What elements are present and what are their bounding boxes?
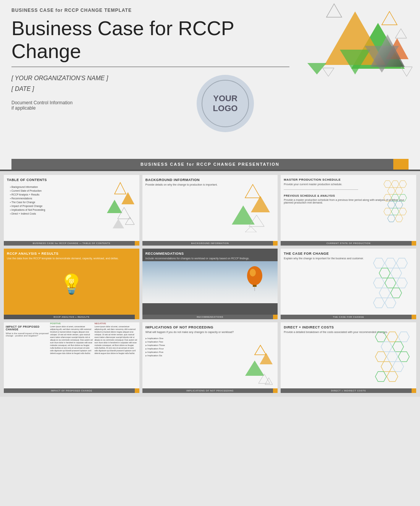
mp-footer: CURRENT STATE OF PRODUCTION bbox=[281, 241, 416, 246]
thumb-direct-costs[interactable]: DIRECT + INDIRECT COSTS Provide a detail… bbox=[281, 322, 416, 393]
thumb-toc[interactable]: TABLE OF CONTENTS Background Information… bbox=[4, 175, 139, 246]
hero-body: [ YOUR ORGANIZATION'S NAME ] [ DATE ] Do… bbox=[11, 75, 409, 159]
svg-marker-68 bbox=[393, 362, 404, 372]
svg-marker-69 bbox=[375, 372, 386, 382]
svg-marker-16 bbox=[113, 219, 124, 228]
svg-marker-46 bbox=[391, 268, 402, 278]
impl-subheader: What will happen if you do not make any … bbox=[142, 331, 278, 335]
svg-marker-28 bbox=[384, 194, 391, 201]
svg-marker-4 bbox=[382, 11, 397, 25]
svg-marker-45 bbox=[379, 268, 390, 278]
svg-marker-30 bbox=[399, 194, 407, 201]
toc-footer: BUSINESS CASE for RCCP CHANGE — TABLE OF… bbox=[4, 241, 139, 246]
rec-header: RECOMMENDATIONS bbox=[142, 249, 278, 257]
svg-marker-50 bbox=[379, 288, 390, 298]
dc-footer: DIRECT + INDIRECT COSTS bbox=[281, 388, 416, 393]
svg-marker-51 bbox=[391, 288, 402, 298]
svg-marker-25 bbox=[399, 181, 407, 188]
bg-footer: BACKGROUND INFORMATION bbox=[142, 241, 278, 246]
svg-marker-2 bbox=[325, 11, 386, 65]
impact-col-2: POSITIVE Lorem ipsum dolor sit amet, con… bbox=[50, 322, 93, 355]
svg-marker-42 bbox=[373, 258, 384, 268]
impact-negative-text: Lorem ipsum dolor sit amet, consectetuer… bbox=[94, 325, 137, 355]
impact-col-1: IMPACT OF PROPOSED CHANGE What is the ov… bbox=[6, 322, 48, 355]
thumb-impact[interactable]: IMPACT OF PROPOSED CHANGE What is the ov… bbox=[4, 322, 139, 393]
svg-marker-49 bbox=[396, 278, 407, 288]
logo-circle: YOUR LOGO bbox=[197, 75, 254, 132]
toc-deco-svg bbox=[99, 181, 137, 230]
svg-marker-59 bbox=[375, 332, 386, 342]
hero-slide: BUSINESS CASE for RCCP CHANGE TEMPLATE B… bbox=[0, 0, 420, 171]
thumb-background[interactable]: BACKGROUND INFORMATION Provide details o… bbox=[142, 175, 278, 246]
svg-marker-52 bbox=[373, 298, 384, 308]
thumbnail-grid: TABLE OF CONTENTS Background Information… bbox=[0, 171, 420, 397]
rccp-footer: RCCP ANALYSIS + RESULTS bbox=[4, 315, 139, 319]
dc-hex-deco bbox=[370, 330, 414, 389]
svg-rect-40 bbox=[253, 285, 257, 287]
hero-center: YOUR LOGO bbox=[187, 75, 263, 132]
logo-text-line2: LOGO bbox=[213, 103, 238, 113]
svg-marker-43 bbox=[385, 258, 396, 268]
lightbulb-icon: 💡 bbox=[60, 273, 83, 295]
rec-footer: RECOMMENDATIONS bbox=[142, 315, 278, 319]
svg-marker-31 bbox=[388, 201, 395, 208]
hero-date: [ DATE ] bbox=[11, 86, 187, 92]
dc-header: DIRECT + INDIRECT COSTS bbox=[281, 322, 416, 331]
svg-marker-12 bbox=[115, 183, 126, 194]
svg-marker-33 bbox=[384, 208, 391, 215]
svg-marker-9 bbox=[307, 63, 326, 74]
hero-left: [ YOUR ORGANIZATION'S NAME ] [ DATE ] Do… bbox=[11, 75, 187, 111]
svg-marker-18 bbox=[245, 184, 260, 198]
svg-marker-65 bbox=[387, 352, 398, 362]
bg-header: BACKGROUND INFORMATION bbox=[142, 175, 278, 183]
svg-marker-63 bbox=[393, 342, 404, 352]
svg-marker-70 bbox=[387, 372, 398, 382]
svg-marker-32 bbox=[395, 201, 403, 208]
impact-negative-title: NEGATIVE bbox=[94, 322, 137, 325]
impl-item-1: Implication One bbox=[145, 336, 275, 340]
thumb-rccp[interactable]: RCCP ANALYSIS + RESULTS Use the data fro… bbox=[4, 249, 139, 319]
impl-header: IMPLICATIONS OF NOT PROCEEDING bbox=[142, 322, 278, 331]
bg-deco-svg bbox=[230, 183, 276, 232]
svg-marker-64 bbox=[375, 352, 386, 362]
svg-marker-1 bbox=[351, 23, 405, 69]
svg-marker-7 bbox=[365, 46, 399, 73]
svg-marker-26 bbox=[388, 188, 395, 194]
mp-hex-deco bbox=[380, 179, 414, 241]
cfc-hex-deco bbox=[368, 256, 414, 315]
cfc-header: THE CASE FOR CHANGE bbox=[281, 249, 416, 257]
svg-marker-35 bbox=[399, 208, 407, 215]
hero-doc-control-sub: if applicable bbox=[11, 105, 187, 111]
thumb-master-prod[interactable]: MASTER PRODUCTION SCHEDULE Provide your … bbox=[281, 175, 416, 246]
svg-marker-22 bbox=[245, 226, 257, 232]
rec-subheader: Include recommendations for changes to w… bbox=[142, 257, 278, 261]
rccp-subheader: Use the data from the RCCP template to d… bbox=[4, 257, 139, 261]
impact-header: IMPACT OF PROPOSED CHANGE bbox=[6, 322, 48, 332]
svg-marker-66 bbox=[398, 352, 409, 362]
thumb-implications[interactable]: IMPLICATIONS OF NOT PROCEEDING What will… bbox=[142, 322, 278, 393]
svg-marker-3 bbox=[386, 38, 409, 59]
svg-point-39 bbox=[250, 269, 256, 276]
thumb-case-for-change[interactable]: THE CASE FOR CHANGE Explain why the chan… bbox=[281, 249, 416, 319]
impact-cols: IMPACT OF PROPOSED CHANGE What is the ov… bbox=[4, 322, 139, 362]
svg-marker-29 bbox=[391, 194, 399, 201]
svg-marker-67 bbox=[381, 362, 392, 372]
svg-marker-23 bbox=[384, 181, 391, 188]
impl-deco-svg bbox=[241, 343, 276, 385]
svg-marker-24 bbox=[391, 181, 399, 188]
svg-marker-37 bbox=[395, 215, 403, 222]
hero-footer: BUSINESS CASE for RCCP CHANGE PRESENTATI… bbox=[11, 159, 409, 170]
thumb-recommendations[interactable]: RECOMMENDATIONS Include recommendations … bbox=[142, 249, 278, 319]
impact-question: What is the overall impact of the propos… bbox=[6, 332, 48, 337]
svg-marker-5 bbox=[395, 29, 407, 38]
balloon-svg bbox=[245, 265, 264, 292]
svg-marker-11 bbox=[370, 34, 405, 67]
hero-footer-text: BUSINESS CASE for RCCP CHANGE PRESENTATI… bbox=[141, 162, 279, 167]
impact-positive-title: POSITIVE bbox=[50, 322, 93, 325]
svg-marker-62 bbox=[381, 342, 392, 352]
impl-footer: IMPLICATIONS OF NOT PROCEEDING bbox=[142, 388, 278, 393]
cfc-footer: THE CASE FOR CHANGE bbox=[281, 315, 416, 319]
svg-marker-27 bbox=[395, 188, 403, 194]
svg-marker-61 bbox=[398, 332, 409, 342]
svg-point-38 bbox=[247, 266, 262, 285]
